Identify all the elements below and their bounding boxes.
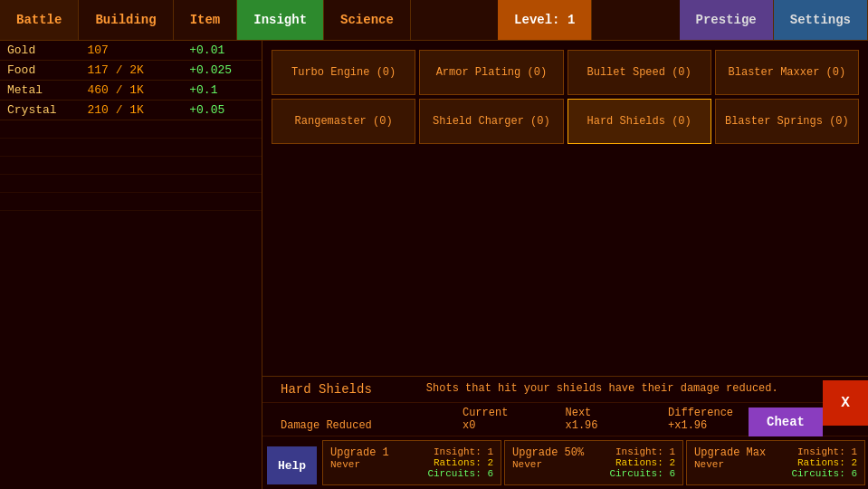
- right-panel: Turbo Engine (0) Armor Plating (0) Bulle…: [262, 41, 868, 489]
- action-left-upgrademax: Upgrade Max Never: [694, 446, 784, 470]
- action-right-upgrademax: Insight: 1 Rations: 2 Circuits: 6: [791, 446, 857, 479]
- upgrade-btn-1[interactable]: Armor Plating (0): [419, 50, 563, 95]
- tab-battle[interactable]: Battle: [0, 0, 79, 40]
- action-rations-upgrade50: Rations: 2: [609, 457, 675, 468]
- action-label-upgrade50: Upgrade 50%: [512, 446, 602, 459]
- tab-science[interactable]: Science: [324, 0, 411, 40]
- resource-row-crystal: Crystal 210 / 1K +0.05: [0, 101, 262, 120]
- resource-value-food: 117 / 2K: [80, 61, 182, 81]
- resource-row-food: Food 117 / 2K +0.025: [0, 61, 262, 81]
- upgrade-btn-4[interactable]: Rangemaster (0): [272, 99, 415, 144]
- resource-name-food: Food: [0, 61, 80, 81]
- resource-name-crystal: Crystal: [0, 101, 80, 120]
- resource-value-gold: 107: [80, 41, 182, 61]
- help-button[interactable]: Help: [267, 446, 317, 484]
- info-title: Hard Shields: [281, 382, 372, 397]
- upgrade-btn-3[interactable]: Blaster Maxxer (0): [715, 50, 859, 95]
- action-sub-upgrade50: Never: [512, 459, 602, 470]
- resource-row-metal: Metal 460 / 1K +0.1: [0, 81, 262, 101]
- resource-name-metal: Metal: [0, 81, 80, 101]
- stats-label-damage: Damage Reduced: [281, 419, 463, 432]
- resource-rate-metal: +0.1: [182, 81, 262, 101]
- level-indicator: Level: 1: [498, 0, 592, 40]
- resource-rate-food: +0.025: [182, 61, 262, 81]
- stats-header-next: Next: [566, 407, 669, 419]
- action-label-upgrademax: Upgrade Max: [694, 446, 784, 459]
- resource-row-gold: Gold 107 +0.01: [0, 41, 262, 61]
- tab-item[interactable]: Item: [174, 0, 238, 40]
- resource-value-metal: 460 / 1K: [80, 81, 182, 101]
- action-rations-upgrademax: Rations: 2: [791, 457, 857, 468]
- action-circuits-upgrade1: Circuits: 6: [427, 468, 493, 479]
- action-insight-upgrade1: Insight: 1: [427, 446, 493, 457]
- stats-current-damage: x0: [463, 419, 566, 432]
- settings-button[interactable]: Settings: [774, 0, 868, 40]
- top-nav: Battle Building Item Insight Science Lev…: [0, 0, 868, 41]
- action-left-upgrade1: Upgrade 1 Never: [330, 446, 420, 470]
- resource-value-crystal: 210 / 1K: [80, 101, 182, 120]
- action-right-upgrade50: Insight: 1 Rations: 2 Circuits: 6: [609, 446, 675, 479]
- upgrade-btn-5[interactable]: Shield Charger (0): [419, 99, 563, 144]
- resource-rate-crystal: +0.05: [182, 101, 262, 120]
- left-panel: Gold 107 +0.01 Food 117 / 2K +0.025 Meta…: [0, 41, 262, 489]
- close-button[interactable]: X: [823, 380, 868, 426]
- action-rations-upgrade1: Rations: 2: [427, 457, 493, 468]
- action-row: Upgrade 1 Never Insight: 1 Rations: 2 Ci…: [262, 436, 868, 489]
- upgrades-grid: Turbo Engine (0) Armor Plating (0) Bulle…: [267, 45, 863, 149]
- action-right-upgrade1: Insight: 1 Rations: 2 Circuits: 6: [427, 446, 493, 479]
- stats-next-damage: x1.96: [566, 419, 669, 432]
- upgrade-btn-6[interactable]: Hard Shields (0): [568, 99, 711, 144]
- action-circuits-upgrademax: Circuits: 6: [791, 468, 857, 479]
- action-card-upgrademax[interactable]: Upgrade Max Never Insight: 1 Rations: 2 …: [686, 440, 865, 485]
- action-sub-upgrade1: Never: [330, 459, 420, 470]
- action-insight-upgrademax: Insight: 1: [791, 446, 857, 457]
- info-section: Hard Shields Shots that hit your shields…: [262, 377, 868, 403]
- upgrade-btn-0[interactable]: Turbo Engine (0): [272, 50, 415, 95]
- main-content: Gold 107 +0.01 Food 117 / 2K +0.025 Meta…: [0, 41, 868, 489]
- action-left-upgrade50: Upgrade 50% Never: [512, 446, 602, 470]
- stats-header-current: Current: [463, 407, 566, 419]
- stats-header-label: [281, 407, 463, 419]
- action-insight-upgrade50: Insight: 1: [609, 446, 675, 457]
- tab-building[interactable]: Building: [79, 0, 173, 40]
- action-circuits-upgrade50: Circuits: 6: [609, 468, 675, 479]
- resource-name-gold: Gold: [0, 41, 80, 61]
- action-label-upgrade1: Upgrade 1: [330, 446, 420, 459]
- resource-rate-gold: +0.01: [182, 41, 262, 61]
- action-sub-upgrademax: Never: [694, 459, 784, 470]
- action-card-upgrade1[interactable]: Upgrade 1 Never Insight: 1 Rations: 2 Ci…: [322, 440, 501, 485]
- tab-insight[interactable]: Insight: [237, 0, 324, 40]
- cheat-button[interactable]: Cheat: [749, 408, 823, 436]
- upgrade-btn-7[interactable]: Blaster Springs (0): [715, 99, 859, 144]
- upgrade-btn-2[interactable]: Bullet Speed (0): [568, 50, 711, 95]
- resource-table: Gold 107 +0.01 Food 117 / 2K +0.025 Meta…: [0, 41, 262, 211]
- action-card-upgrade50[interactable]: Upgrade 50% Never Insight: 1 Rations: 2 …: [504, 440, 683, 485]
- info-description: Shots that hit your shields have their d…: [426, 382, 778, 395]
- prestige-button[interactable]: Prestige: [680, 0, 774, 40]
